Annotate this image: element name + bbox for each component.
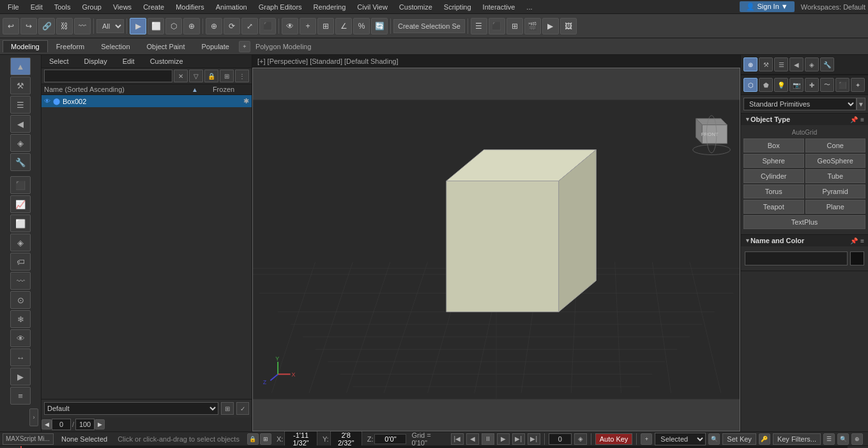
object-name-input[interactable] — [745, 251, 848, 265]
current-frame-input[interactable] — [549, 433, 572, 445]
geosphere-button[interactable]: GeoSphere — [805, 154, 866, 168]
color-swatch-button[interactable] — [850, 251, 864, 265]
hierarchy-panel-tab-icon[interactable]: ☰ — [774, 57, 788, 71]
scene-lock-button[interactable]: 🔒 — [204, 70, 218, 82]
frame-start-input[interactable] — [52, 419, 71, 430]
next-frame-button[interactable]: ▶ — [95, 419, 105, 429]
tab-selection[interactable]: Selection — [93, 40, 138, 52]
box-button[interactable]: Box — [743, 138, 804, 153]
play-icon[interactable]: ▶ — [10, 368, 31, 385]
prev-frame-anim-button[interactable]: ◀ — [466, 433, 479, 445]
angle-snap-button[interactable]: ∠ — [335, 18, 352, 34]
layer-dropdown[interactable]: Default — [44, 402, 218, 415]
view-dropdown-button[interactable]: 👁 — [282, 18, 298, 34]
scale-button[interactable]: ⤢ — [241, 18, 258, 34]
next-frame-anim-button[interactable]: ▶| — [512, 433, 525, 445]
orbit-button[interactable]: ⊕ — [851, 433, 863, 445]
freeze-icon[interactable]: ❄ — [10, 310, 31, 328]
motion-panel-tab-icon[interactable]: ◀ — [789, 57, 803, 71]
plane-button[interactable]: Plane — [805, 200, 866, 214]
cone-button[interactable]: Cone — [805, 138, 866, 153]
tab-populate[interactable]: Populate — [193, 40, 237, 52]
menu-interactive[interactable]: Interactive — [478, 2, 521, 12]
menu-modifiers[interactable]: Modifiers — [171, 2, 209, 12]
name-color-header[interactable]: ▼ Name and Color 📌 ≡ — [741, 235, 868, 246]
timeline-track[interactable]: 0 10 20 30 40 50 60 70 80 90 100 — [20, 446, 848, 449]
scene-filter-button[interactable]: ▽ — [189, 70, 203, 82]
display-panel-tab-icon[interactable]: ◈ — [805, 57, 819, 71]
menu-group[interactable]: Group — [77, 2, 107, 12]
render-frame-btn[interactable]: 🖼 — [560, 18, 577, 34]
sidebar-collapse-icon[interactable]: › — [29, 408, 38, 426]
scene-search-clear-button[interactable]: ✕ — [174, 70, 188, 82]
named-sel-button[interactable]: ☰ — [471, 18, 487, 34]
object-properties-icon[interactable]: ⬛ — [10, 176, 31, 194]
menu-file[interactable]: File — [3, 2, 24, 12]
section-options-icon[interactable]: ≡ — [860, 116, 864, 123]
key-mode-button[interactable]: ◈ — [574, 433, 587, 445]
helpers-icon[interactable]: ✚ — [805, 78, 819, 92]
first-frame-button[interactable]: |◀ — [451, 433, 464, 445]
paint-select-button[interactable]: ⊕ — [183, 18, 200, 34]
color-clipboard-icon[interactable]: ◈ — [10, 234, 31, 251]
isolate-icon[interactable]: ⊙ — [10, 291, 31, 309]
shapes-icon[interactable]: ⬟ — [759, 78, 773, 92]
lock-button[interactable]: 🔒 — [247, 433, 259, 445]
sphere-button[interactable]: Sphere — [743, 154, 804, 168]
snap-button[interactable]: ⊞ — [317, 18, 334, 34]
layer-mgr-button[interactable]: ⬛ — [489, 18, 505, 34]
scene-frozen-header[interactable]: Frozen — [198, 86, 249, 93]
hierarchy-panel-icon[interactable]: ☰ — [10, 96, 31, 114]
select-tool-button[interactable]: ▶ — [130, 18, 146, 34]
cylinder-button[interactable]: Cylinder — [743, 169, 804, 183]
teapot-button[interactable]: Teapot — [743, 200, 804, 214]
scene-item[interactable]: 👁 ⬤ Box002 ✱ — [42, 95, 252, 107]
frame-end-input[interactable] — [75, 419, 95, 430]
stop-button[interactable]: ⏸ — [482, 433, 494, 445]
quick-rename-icon[interactable]: 🏷 — [10, 253, 31, 271]
motion-panel-icon[interactable]: ◀ — [10, 115, 31, 133]
utilities-panel-icon[interactable]: 🔧 — [10, 153, 31, 171]
menu-tools[interactable]: Tools — [49, 2, 76, 12]
tube-button[interactable]: Tube — [805, 169, 866, 183]
grid-lock-button[interactable]: ⊞ — [260, 433, 271, 445]
utilities-panel-tab-icon[interactable]: 🔧 — [820, 57, 834, 71]
name-color-options-icon[interactable]: ≡ — [860, 237, 864, 244]
link-button[interactable]: 🔗 — [38, 18, 55, 34]
lasso-select-button[interactable]: ⬡ — [165, 18, 182, 34]
prev-frame-button[interactable]: ◀ — [42, 419, 52, 429]
menu-rendering[interactable]: Rendering — [308, 2, 351, 12]
menu-civil-view[interactable]: Civil View — [352, 2, 392, 12]
search-key-button[interactable]: 🔍 — [708, 433, 720, 445]
tab-freeform[interactable]: Freeform — [48, 40, 93, 52]
spinner-snap-button[interactable]: 🔄 — [371, 18, 388, 34]
systems-icon[interactable]: ⬛ — [835, 78, 849, 92]
select-filter-dropdown[interactable]: All — [96, 19, 124, 33]
tab-modeling[interactable]: Modeling — [3, 40, 48, 52]
pan-button[interactable]: ☰ — [823, 433, 835, 445]
spacewarps-icon[interactable]: 〜 — [820, 78, 834, 92]
create-panel-icon[interactable]: ▲ — [10, 57, 31, 75]
unlink-button[interactable]: ⛓ — [56, 18, 73, 34]
menu-create[interactable]: Create — [138, 2, 169, 12]
xform-icon[interactable]: ↔ — [10, 348, 31, 366]
effects-icon[interactable]: ✦ — [851, 78, 865, 92]
menu-graph-editors[interactable]: Graph Editors — [254, 2, 307, 12]
scene-tab-customize[interactable]: Customize — [142, 55, 191, 68]
add-time-tag-button[interactable]: + — [641, 433, 652, 445]
maxscript-mini[interactable]: MAXScript Mi... — [3, 433, 54, 445]
schematic-icon[interactable]: ⬜ — [10, 214, 31, 232]
scene-item-render-icon[interactable]: ⬤ — [53, 98, 60, 105]
scene-item-visibility-icon[interactable]: 👁 — [44, 98, 50, 105]
tab-more-button[interactable]: + — [239, 41, 250, 52]
torus-button[interactable]: Torus — [743, 184, 804, 198]
create-panel-tab-icon[interactable]: ⊕ — [743, 57, 758, 71]
set-key-button[interactable]: Set Key — [722, 433, 756, 445]
name-color-pin-icon[interactable]: 📌 — [850, 237, 858, 244]
object-type-header[interactable]: ▼ Object Type 📌 ≡ — [741, 114, 868, 125]
scene-tab-display[interactable]: Display — [77, 55, 115, 68]
scene-options-button[interactable]: ⋮ — [235, 70, 249, 82]
scene-tab-select[interactable]: Select — [42, 55, 77, 68]
move-button[interactable]: ⊕ — [206, 18, 222, 34]
menu-edit[interactable]: Edit — [26, 2, 48, 12]
